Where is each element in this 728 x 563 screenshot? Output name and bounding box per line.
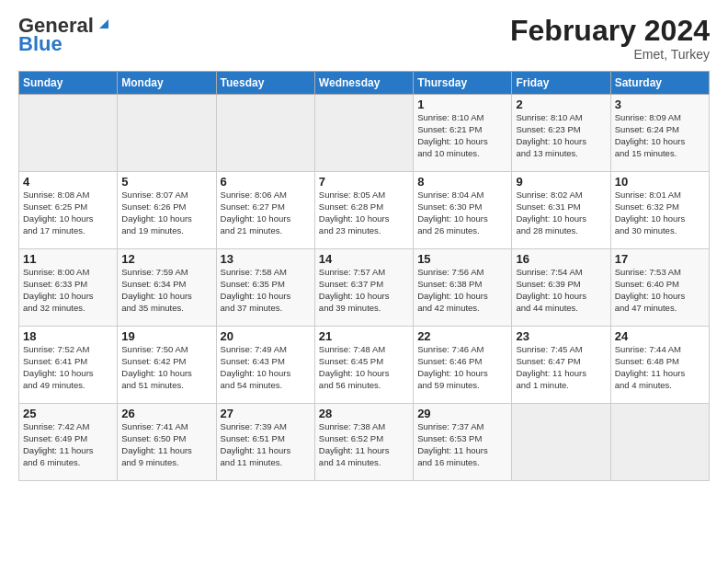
day-info: Sunrise: 8:09 AM Sunset: 6:24 PM Dayligh… bbox=[615, 112, 705, 159]
day-info: Sunrise: 7:38 AM Sunset: 6:52 PM Dayligh… bbox=[319, 421, 409, 468]
day-number: 4 bbox=[23, 175, 113, 189]
day-number: 23 bbox=[516, 329, 606, 343]
day-info: Sunrise: 8:00 AM Sunset: 6:33 PM Dayligh… bbox=[23, 267, 113, 314]
day-number: 18 bbox=[23, 329, 113, 343]
calendar-week-row: 25Sunrise: 7:42 AM Sunset: 6:49 PM Dayli… bbox=[19, 404, 710, 481]
day-number: 6 bbox=[221, 175, 311, 189]
day-number: 2 bbox=[516, 98, 606, 111]
day-info: Sunrise: 7:39 AM Sunset: 6:51 PM Dayligh… bbox=[221, 421, 311, 468]
calendar-cell: 20Sunrise: 7:49 AM Sunset: 6:43 PM Dayli… bbox=[216, 327, 314, 404]
calendar-cell: 21Sunrise: 7:48 AM Sunset: 6:45 PM Dayli… bbox=[314, 327, 413, 404]
day-info: Sunrise: 7:41 AM Sunset: 6:50 PM Dayligh… bbox=[121, 421, 211, 468]
calendar-cell bbox=[118, 95, 216, 172]
calendar-cell: 9Sunrise: 8:02 AM Sunset: 6:31 PM Daylig… bbox=[512, 172, 610, 249]
day-info: Sunrise: 8:04 AM Sunset: 6:30 PM Dayligh… bbox=[417, 190, 507, 236]
day-info: Sunrise: 7:46 AM Sunset: 6:46 PM Dayligh… bbox=[417, 344, 507, 391]
calendar-cell: 27Sunrise: 7:39 AM Sunset: 6:51 PM Dayli… bbox=[216, 404, 314, 481]
calendar-cell: 19Sunrise: 7:50 AM Sunset: 6:42 PM Dayli… bbox=[118, 327, 216, 404]
calendar-cell: 14Sunrise: 7:57 AM Sunset: 6:37 PM Dayli… bbox=[314, 249, 413, 327]
header: General Blue February 2024 Emet, Turkey bbox=[18, 15, 710, 62]
day-number: 29 bbox=[417, 407, 507, 420]
day-number: 26 bbox=[121, 407, 211, 420]
day-info: Sunrise: 8:06 AM Sunset: 6:27 PM Dayligh… bbox=[221, 190, 311, 236]
day-info: Sunrise: 7:57 AM Sunset: 6:37 PM Dayligh… bbox=[319, 267, 409, 314]
day-number: 20 bbox=[221, 329, 311, 343]
day-number: 16 bbox=[516, 252, 606, 266]
day-number: 15 bbox=[417, 252, 507, 266]
calendar-week-row: 4Sunrise: 8:08 AM Sunset: 6:25 PM Daylig… bbox=[19, 172, 710, 249]
day-info: Sunrise: 8:07 AM Sunset: 6:26 PM Dayligh… bbox=[121, 190, 211, 236]
weekday-header: Wednesday bbox=[314, 72, 413, 95]
calendar-cell: 29Sunrise: 7:37 AM Sunset: 6:53 PM Dayli… bbox=[414, 404, 512, 481]
day-number: 19 bbox=[121, 329, 211, 343]
title-block: February 2024 Emet, Turkey bbox=[510, 15, 710, 62]
calendar-header-row: SundayMondayTuesdayWednesdayThursdayFrid… bbox=[19, 72, 710, 95]
day-info: Sunrise: 7:58 AM Sunset: 6:35 PM Dayligh… bbox=[221, 267, 311, 314]
calendar-cell: 22Sunrise: 7:46 AM Sunset: 6:46 PM Dayli… bbox=[414, 327, 512, 404]
calendar-cell: 12Sunrise: 7:59 AM Sunset: 6:34 PM Dayli… bbox=[118, 249, 216, 327]
month-title: February 2024 bbox=[510, 15, 710, 47]
logo-icon bbox=[96, 16, 112, 32]
day-info: Sunrise: 8:10 AM Sunset: 6:23 PM Dayligh… bbox=[516, 112, 606, 159]
day-info: Sunrise: 7:44 AM Sunset: 6:48 PM Dayligh… bbox=[615, 344, 705, 391]
weekday-header: Tuesday bbox=[216, 72, 314, 95]
day-info: Sunrise: 8:10 AM Sunset: 6:21 PM Dayligh… bbox=[417, 112, 507, 159]
calendar-cell bbox=[19, 95, 118, 172]
day-number: 8 bbox=[417, 175, 507, 189]
calendar-cell: 11Sunrise: 8:00 AM Sunset: 6:33 PM Dayli… bbox=[19, 249, 118, 327]
logo-blue: Blue bbox=[18, 33, 63, 55]
calendar-week-row: 1Sunrise: 8:10 AM Sunset: 6:21 PM Daylig… bbox=[19, 95, 710, 172]
day-number: 22 bbox=[417, 329, 507, 343]
day-number: 1 bbox=[417, 98, 507, 111]
day-info: Sunrise: 7:48 AM Sunset: 6:45 PM Dayligh… bbox=[319, 344, 409, 391]
day-number: 11 bbox=[23, 252, 113, 266]
day-info: Sunrise: 7:52 AM Sunset: 6:41 PM Dayligh… bbox=[23, 344, 113, 391]
day-info: Sunrise: 7:49 AM Sunset: 6:43 PM Dayligh… bbox=[221, 344, 311, 391]
calendar-week-row: 11Sunrise: 8:00 AM Sunset: 6:33 PM Dayli… bbox=[19, 249, 710, 327]
calendar-cell: 24Sunrise: 7:44 AM Sunset: 6:48 PM Dayli… bbox=[610, 327, 709, 404]
logo: General Blue bbox=[18, 15, 112, 55]
calendar-cell bbox=[512, 404, 610, 481]
calendar-cell: 4Sunrise: 8:08 AM Sunset: 6:25 PM Daylig… bbox=[19, 172, 118, 249]
page: General Blue February 2024 Emet, Turkey … bbox=[0, 0, 728, 490]
day-info: Sunrise: 7:42 AM Sunset: 6:49 PM Dayligh… bbox=[23, 421, 113, 468]
calendar-week-row: 18Sunrise: 7:52 AM Sunset: 6:41 PM Dayli… bbox=[19, 327, 710, 404]
calendar-table: SundayMondayTuesdayWednesdayThursdayFrid… bbox=[18, 71, 710, 481]
day-info: Sunrise: 8:08 AM Sunset: 6:25 PM Dayligh… bbox=[23, 190, 113, 236]
day-info: Sunrise: 7:50 AM Sunset: 6:42 PM Dayligh… bbox=[121, 344, 211, 391]
day-number: 14 bbox=[319, 252, 409, 266]
weekday-header: Monday bbox=[118, 72, 216, 95]
calendar-cell: 6Sunrise: 8:06 AM Sunset: 6:27 PM Daylig… bbox=[216, 172, 314, 249]
day-number: 7 bbox=[319, 175, 409, 189]
calendar-cell: 23Sunrise: 7:45 AM Sunset: 6:47 PM Dayli… bbox=[512, 327, 610, 404]
calendar-cell: 16Sunrise: 7:54 AM Sunset: 6:39 PM Dayli… bbox=[512, 249, 610, 327]
day-number: 17 bbox=[615, 252, 705, 266]
day-number: 10 bbox=[615, 175, 705, 189]
day-number: 25 bbox=[23, 407, 113, 420]
svg-marker-0 bbox=[99, 19, 108, 29]
day-number: 13 bbox=[221, 252, 311, 266]
day-number: 28 bbox=[319, 407, 409, 420]
day-info: Sunrise: 7:53 AM Sunset: 6:40 PM Dayligh… bbox=[615, 267, 705, 314]
calendar-cell: 18Sunrise: 7:52 AM Sunset: 6:41 PM Dayli… bbox=[19, 327, 118, 404]
day-info: Sunrise: 7:59 AM Sunset: 6:34 PM Dayligh… bbox=[121, 267, 211, 314]
calendar-cell: 13Sunrise: 7:58 AM Sunset: 6:35 PM Dayli… bbox=[216, 249, 314, 327]
day-number: 5 bbox=[121, 175, 211, 189]
calendar-cell: 28Sunrise: 7:38 AM Sunset: 6:52 PM Dayli… bbox=[314, 404, 413, 481]
calendar-cell: 17Sunrise: 7:53 AM Sunset: 6:40 PM Dayli… bbox=[610, 249, 709, 327]
calendar-cell: 5Sunrise: 8:07 AM Sunset: 6:26 PM Daylig… bbox=[118, 172, 216, 249]
weekday-header: Sunday bbox=[19, 72, 118, 95]
day-number: 21 bbox=[319, 329, 409, 343]
weekday-header: Saturday bbox=[610, 72, 709, 95]
day-info: Sunrise: 7:54 AM Sunset: 6:39 PM Dayligh… bbox=[516, 267, 606, 314]
day-number: 3 bbox=[615, 98, 705, 111]
day-info: Sunrise: 7:45 AM Sunset: 6:47 PM Dayligh… bbox=[516, 344, 606, 391]
calendar-cell: 10Sunrise: 8:01 AM Sunset: 6:32 PM Dayli… bbox=[610, 172, 709, 249]
calendar-cell: 8Sunrise: 8:04 AM Sunset: 6:30 PM Daylig… bbox=[414, 172, 512, 249]
day-info: Sunrise: 7:37 AM Sunset: 6:53 PM Dayligh… bbox=[417, 421, 507, 468]
calendar-cell: 1Sunrise: 8:10 AM Sunset: 6:21 PM Daylig… bbox=[414, 95, 512, 172]
weekday-header: Thursday bbox=[414, 72, 512, 95]
day-info: Sunrise: 8:05 AM Sunset: 6:28 PM Dayligh… bbox=[319, 190, 409, 236]
calendar-cell: 3Sunrise: 8:09 AM Sunset: 6:24 PM Daylig… bbox=[610, 95, 709, 172]
day-info: Sunrise: 8:01 AM Sunset: 6:32 PM Dayligh… bbox=[615, 190, 705, 236]
